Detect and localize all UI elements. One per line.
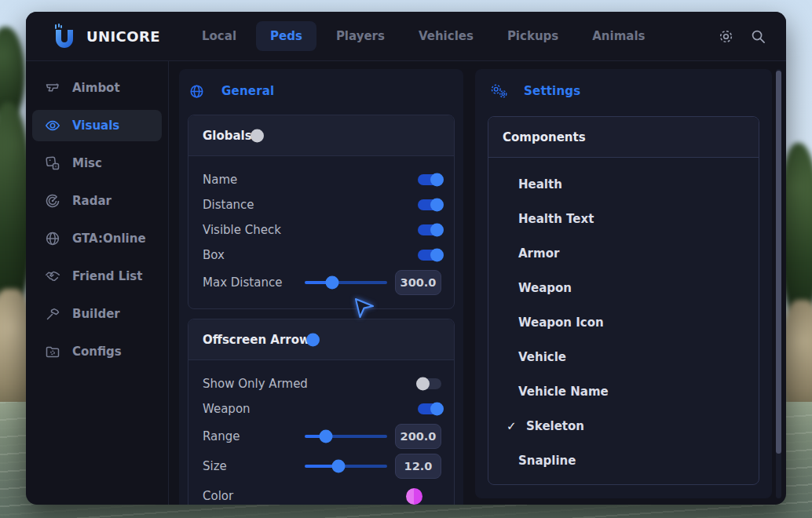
component-item-snapline[interactable]: ✓ Snapline <box>488 443 759 478</box>
components-header: Components <box>488 117 759 158</box>
component-label: Weapon <box>518 281 572 295</box>
sidebar-item-label: Friend List <box>72 269 142 283</box>
row-label: Visible Check <box>203 223 281 237</box>
slider-thumb[interactable] <box>332 460 346 473</box>
nav-tab-local[interactable]: Local <box>188 21 251 51</box>
visible-check-toggle[interactable] <box>418 224 441 235</box>
nav-tab-vehicles[interactable]: Vehicles <box>404 21 488 51</box>
scrollbar-track[interactable] <box>776 69 781 498</box>
radar-icon <box>45 193 60 209</box>
setting-row-show-only-armed: Show Only Armed <box>203 371 441 396</box>
max-distance-slider[interactable] <box>305 281 387 284</box>
component-item-armor[interactable]: ✓ Armor <box>488 236 759 271</box>
globe-icon <box>189 84 204 99</box>
globals-card-header: Globals <box>188 115 454 156</box>
search-icon[interactable] <box>751 29 766 44</box>
setting-row-range: Range 200.0 <box>203 421 441 451</box>
pistol-icon <box>45 80 60 96</box>
sidebar-item-label: Aimbot <box>72 81 120 95</box>
sidebar-item-label: Radar <box>72 194 112 208</box>
size-slider[interactable] <box>305 465 387 468</box>
general-panel: General Globals Name Distance <box>179 69 463 505</box>
row-label: Box <box>203 248 225 262</box>
nav-tab-players[interactable]: Players <box>322 21 399 51</box>
nav-tab-animals[interactable]: Animals <box>578 21 659 51</box>
show-only-armed-toggle[interactable] <box>418 378 441 389</box>
setting-row-color: Color <box>203 481 441 505</box>
component-item-weapon[interactable]: ✓ Weapon <box>488 271 759 305</box>
component-label: Health Text <box>518 212 594 226</box>
sidebar-item-misc[interactable]: Misc <box>32 148 162 179</box>
slider-thumb[interactable] <box>325 276 338 290</box>
component-item-vehicle-name[interactable]: ✓ Vehicle Name <box>488 374 759 409</box>
brand-name: UNICORE <box>86 28 160 45</box>
double-gear-icon <box>489 83 509 100</box>
sidebar-item-label: Configs <box>72 345 122 359</box>
toggle-knob <box>430 224 444 237</box>
general-panel-title: General <box>221 84 274 98</box>
check-icon: ✓ <box>507 419 519 433</box>
component-item-vehicle[interactable]: ✓ Vehicle <box>488 340 759 374</box>
component-label: Vehicle <box>518 350 566 364</box>
row-label: Weapon <box>203 402 251 416</box>
sidebar-item-label: Visuals <box>72 119 119 133</box>
toggle-knob <box>416 378 430 391</box>
top-navbar: UNICORE Local Peds Players Vehicles Pick… <box>26 12 786 61</box>
box-toggle[interactable] <box>418 250 441 261</box>
sidebar-item-builder[interactable]: Builder <box>32 298 162 330</box>
offscreen-arrows-card-header: Offscreen Arrows <box>188 319 454 360</box>
slider-thumb[interactable] <box>320 430 333 443</box>
setting-row-weapon: Weapon <box>203 396 441 421</box>
toggle-knob <box>430 199 444 212</box>
sidebar-item-visuals[interactable]: Visuals <box>32 110 162 141</box>
sidebar-item-configs[interactable]: Configs <box>32 336 162 367</box>
toggle-knob <box>306 333 320 346</box>
weapon-toggle[interactable] <box>418 403 441 414</box>
components-box: Components ✓ Health ✓ Health Text ✓ Armo… <box>488 116 759 485</box>
dice-icon <box>45 155 60 171</box>
range-value[interactable]: 200.0 <box>395 424 441 449</box>
unicore-logo-icon <box>53 24 76 49</box>
sidebar-item-label: Builder <box>72 307 120 321</box>
sidebar-item-friend-list[interactable]: Friend List <box>32 261 162 292</box>
offscreen-arrows-card: Offscreen Arrows Show Only Armed Weapon <box>188 319 455 505</box>
nav-tabs: Local Peds Players Vehicles Pickups Anim… <box>188 12 660 60</box>
nav-tab-pickups[interactable]: Pickups <box>493 21 572 51</box>
component-item-skeleton[interactable]: ✓ Skeleton <box>488 409 759 443</box>
globals-card-body: Name Distance Visible Check Box <box>188 156 454 308</box>
component-label: Snapline <box>518 454 576 468</box>
component-item-weapon-icon[interactable]: ✓ Weapon Icon <box>488 305 759 340</box>
component-label: Weapon Icon <box>518 316 604 330</box>
sidebar-item-radar[interactable]: Radar <box>32 185 162 217</box>
max-distance-value[interactable]: 300.0 <box>395 270 441 295</box>
sidebar-item-aimbot[interactable]: Aimbot <box>32 72 162 104</box>
distance-toggle[interactable] <box>418 199 441 210</box>
setting-row-distance: Distance <box>203 192 441 217</box>
settings-gear-icon[interactable] <box>719 29 733 44</box>
row-label: Show Only Armed <box>203 377 308 391</box>
component-item-health-text[interactable]: ✓ Health Text <box>488 202 759 236</box>
globals-title: Globals <box>203 129 252 143</box>
row-label: Range <box>203 429 240 443</box>
row-label: Max Distance <box>203 275 282 290</box>
row-label: Color <box>203 489 233 503</box>
folder-gear-icon <box>45 344 60 359</box>
scrollbar-thumb[interactable] <box>776 71 781 454</box>
component-item-health[interactable]: ✓ Health <box>488 167 759 202</box>
background-rock <box>782 300 812 418</box>
menu-window: UNICORE Local Peds Players Vehicles Pick… <box>26 12 786 505</box>
color-swatch[interactable] <box>406 488 422 505</box>
nav-tab-peds[interactable]: Peds <box>256 21 316 51</box>
name-toggle[interactable] <box>418 174 441 185</box>
setting-row-max-distance: Max Distance 300.0 <box>203 268 441 297</box>
offscreen-arrows-card-body: Show Only Armed Weapon Range 200.0 <box>188 360 454 505</box>
sidebar-item-gta-online[interactable]: GTA:Online <box>32 223 162 254</box>
size-value[interactable]: 12.0 <box>395 454 441 479</box>
toggle-knob <box>430 403 444 416</box>
component-label: Vehicle Name <box>518 385 609 399</box>
app-body: Aimbot Visuals M <box>26 61 786 505</box>
offscreen-arrows-title: Offscreen Arrows <box>203 333 317 347</box>
settings-panel-header: Settings <box>488 77 759 105</box>
range-slider[interactable] <box>305 435 387 438</box>
settings-panel: Settings Components ✓ Health ✓ Health Te… <box>475 69 772 498</box>
